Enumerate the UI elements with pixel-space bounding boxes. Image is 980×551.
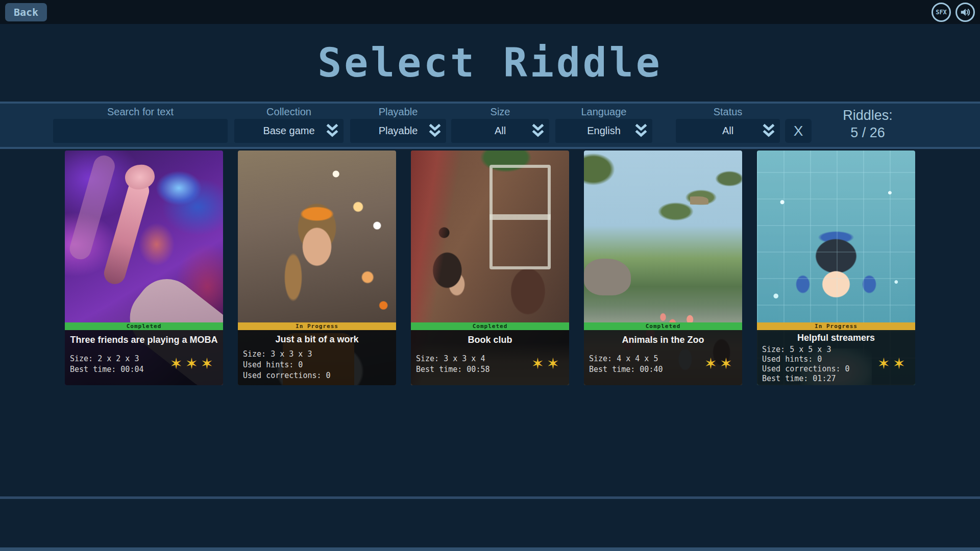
card-stat-line: Best time: 01:27 <box>762 374 915 384</box>
speaker-icon <box>960 7 971 18</box>
riddle-title: Book club <box>411 335 569 345</box>
card-stat-line: Used hints: 0 <box>243 360 396 370</box>
search-input[interactable] <box>53 119 228 143</box>
filter-language: Language English <box>555 104 652 143</box>
music-toggle-button[interactable] <box>955 3 975 22</box>
status-badge: Completed <box>65 322 223 330</box>
collection-label: Collection <box>234 104 344 119</box>
status-badge: Completed <box>584 322 742 330</box>
status-label: Status <box>676 104 780 119</box>
status-dropdown[interactable]: All <box>676 119 780 143</box>
playable-dropdown[interactable]: Playable <box>350 119 446 143</box>
filter-bar: Search for text Collection Base game Pla… <box>0 102 980 149</box>
riddle-card[interactable]: In Progress Helpful streamers Size: 5 x … <box>757 151 915 385</box>
playable-label: Playable <box>350 104 446 119</box>
chevron-down-icon <box>762 123 775 138</box>
riddle-card[interactable]: In Progress Just a bit of a work Size: 3… <box>238 151 396 385</box>
collection-dropdown[interactable]: Base game <box>234 119 344 143</box>
page-title: Select Riddle <box>0 24 980 102</box>
card-info-panel: Helpful streamers Size: 5 x 5 x 3Used hi… <box>757 330 915 385</box>
riddle-stats: Size: 3 x 3 x 3Used hints: 0Used correct… <box>243 349 396 381</box>
riddles-counter-label: Riddles: <box>822 107 914 124</box>
riddles-counter-value: 5 / 26 <box>822 124 914 141</box>
clear-filters-group: X <box>785 104 812 143</box>
size-dropdown[interactable]: All <box>451 119 549 143</box>
star-rating: ✶✶ <box>877 355 908 372</box>
riddle-title: Animals in the Zoo <box>584 335 742 345</box>
language-label: Language <box>555 104 652 119</box>
card-info-panel: Animals in the Zoo Size: 4 x 4 x 5Best t… <box>584 330 742 385</box>
riddle-title: Three friends are playing a MOBA <box>65 335 223 345</box>
star-rating: ✶✶ <box>704 355 735 372</box>
chevron-down-icon <box>634 123 648 138</box>
riddle-card[interactable]: Completed Animals in the Zoo Size: 4 x 4… <box>584 151 742 385</box>
bottom-strip <box>0 547 980 551</box>
thumbnail-detail <box>489 165 551 269</box>
filter-collection: Collection Base game <box>234 104 344 143</box>
sfx-toggle-button[interactable]: SFX <box>932 3 951 22</box>
star-rating: ✶✶ <box>531 355 562 372</box>
filter-status: Status All <box>676 104 780 143</box>
cards-row: Completed Three friends are playing a MO… <box>65 151 915 385</box>
card-stat-line: Used corrections: 0 <box>243 370 396 381</box>
chevron-down-icon <box>428 123 442 138</box>
collection-value: Base game <box>263 125 314 137</box>
select-riddle-screen: Back SFX Select Riddle Search for text C… <box>0 0 980 551</box>
search-group: Search for text <box>53 104 228 143</box>
status-badge: In Progress <box>757 322 915 330</box>
sfx-label: SFX <box>936 9 947 16</box>
search-label: Search for text <box>53 104 228 119</box>
card-info-panel: Three friends are playing a MOBA Size: 2… <box>65 330 223 385</box>
footer-divider <box>0 496 980 499</box>
language-value: English <box>587 125 621 137</box>
chevron-down-icon <box>531 123 545 138</box>
riddle-title: Just a bit of a work <box>238 334 396 345</box>
clear-filters-button[interactable]: X <box>785 119 812 143</box>
sound-controls: SFX <box>932 3 975 22</box>
star-rating: ✶✶✶ <box>170 355 216 372</box>
riddle-card[interactable]: Completed Book club Size: 3 x 3 x 4Best … <box>411 151 569 385</box>
card-info-panel: Book club Size: 3 x 3 x 4Best time: 00:5… <box>411 330 569 385</box>
size-label: Size <box>451 104 549 119</box>
size-value: All <box>495 125 506 137</box>
riddles-counter: Riddles: 5 / 26 <box>822 107 914 141</box>
status-badge: Completed <box>411 322 569 330</box>
chevron-down-icon <box>326 123 339 138</box>
top-bar: Back SFX <box>0 0 980 24</box>
language-dropdown[interactable]: English <box>555 119 652 143</box>
back-button[interactable]: Back <box>5 3 47 21</box>
playable-value: Playable <box>379 125 418 137</box>
filter-playable: Playable Playable <box>350 104 446 143</box>
riddle-card[interactable]: Completed Three friends are playing a MO… <box>65 151 223 385</box>
card-stat-line: Size: 5 x 5 x 3 <box>762 345 915 355</box>
status-value: All <box>722 125 733 137</box>
thumbnail-detail <box>584 259 631 295</box>
card-info-panel: Just a bit of a work Size: 3 x 3 x 3Used… <box>238 330 396 385</box>
riddle-title: Helpful streamers <box>757 333 915 343</box>
status-badge: In Progress <box>238 322 396 330</box>
card-stat-line: Size: 3 x 3 x 3 <box>243 349 396 360</box>
filter-size: Size All <box>451 104 549 143</box>
